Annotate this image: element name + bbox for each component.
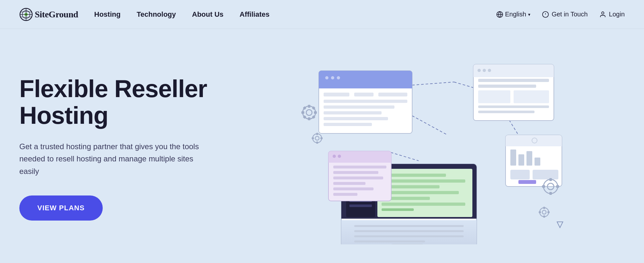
- svg-rect-63: [518, 154, 524, 166]
- svg-rect-54: [478, 90, 510, 103]
- view-plans-button[interactable]: VIEW PLANS: [19, 195, 103, 221]
- svg-rect-28: [324, 117, 388, 120]
- svg-rect-90: [354, 225, 464, 227]
- svg-line-13: [412, 116, 448, 135]
- svg-rect-94: [391, 244, 423, 244]
- language-selector[interactable]: English ▾: [496, 11, 531, 18]
- svg-rect-123: [539, 211, 541, 213]
- svg-rect-62: [510, 150, 516, 166]
- svg-point-31: [306, 110, 312, 115]
- svg-rect-65: [535, 158, 540, 166]
- svg-point-40: [313, 134, 322, 143]
- svg-rect-82: [382, 179, 465, 183]
- svg-rect-25: [324, 100, 407, 103]
- logo-text: SiteGround: [35, 9, 78, 20]
- svg-rect-18: [319, 80, 412, 88]
- svg-point-100: [338, 155, 341, 158]
- user-icon: [599, 11, 606, 18]
- svg-rect-87: [382, 208, 414, 211]
- hero-subtitle: Get a trusted hosting partner that gives…: [19, 141, 206, 177]
- svg-rect-24: [378, 93, 407, 96]
- svg-rect-66: [510, 170, 530, 179]
- get-in-touch-label: Get in Touch: [552, 11, 588, 18]
- svg-rect-110: [549, 192, 552, 195]
- svg-rect-103: [333, 177, 383, 179]
- svg-rect-43: [316, 141, 318, 144]
- svg-rect-33: [308, 117, 310, 120]
- svg-point-118: [540, 208, 549, 217]
- svg-rect-55: [514, 90, 549, 103]
- chevron-down-icon: ▾: [528, 12, 530, 17]
- svg-rect-86: [382, 203, 465, 206]
- svg-rect-27: [324, 111, 382, 114]
- svg-rect-29: [324, 123, 372, 126]
- svg-rect-79: [349, 204, 372, 207]
- svg-point-19: [325, 76, 328, 79]
- hero-title: Flexible Reseller Hosting: [19, 75, 238, 129]
- svg-point-49: [478, 69, 481, 72]
- svg-rect-68: [518, 180, 536, 184]
- svg-rect-45: [312, 137, 314, 139]
- nav-about-us[interactable]: About Us: [192, 10, 223, 19]
- svg-rect-22: [324, 93, 349, 96]
- svg-rect-92: [354, 235, 464, 237]
- svg-point-99: [333, 155, 336, 158]
- reseller-hosting-illustration: [299, 51, 564, 244]
- svg-rect-44: [320, 137, 323, 139]
- svg-rect-52: [478, 79, 549, 82]
- contact-icon: [542, 11, 549, 18]
- svg-rect-48: [473, 72, 554, 77]
- language-label: English: [505, 11, 526, 18]
- svg-rect-106: [333, 193, 357, 196]
- svg-rect-26: [324, 105, 394, 109]
- nav-affiliates[interactable]: Affiliates: [240, 10, 270, 19]
- svg-rect-122: [547, 211, 550, 213]
- svg-marker-117: [557, 222, 563, 228]
- nav-technology[interactable]: Technology: [137, 10, 176, 19]
- svg-point-41: [315, 136, 319, 140]
- svg-rect-56: [478, 105, 549, 108]
- svg-rect-101: [333, 166, 386, 168]
- navbar: SiteGround Hosting Technology About Us A…: [0, 0, 644, 29]
- svg-point-51: [488, 69, 491, 72]
- nav-hosting[interactable]: Hosting: [94, 10, 121, 19]
- svg-point-20: [331, 76, 334, 79]
- hero-illustration: [238, 51, 625, 244]
- svg-rect-102: [333, 171, 378, 174]
- svg-point-21: [337, 76, 340, 79]
- nav-right: English ▾ Get in Touch Login: [496, 11, 625, 18]
- svg-rect-121: [543, 215, 545, 218]
- svg-rect-53: [478, 85, 536, 88]
- hero-content: Flexible Reseller Hosting Get a trusted …: [19, 75, 238, 221]
- svg-rect-32: [308, 105, 310, 108]
- svg-rect-42: [316, 133, 318, 135]
- nav-links: Hosting Technology About Us Affiliates: [94, 10, 496, 19]
- svg-rect-93: [354, 240, 425, 242]
- login-label: Login: [609, 11, 625, 18]
- svg-rect-104: [333, 182, 365, 185]
- language-icon: [496, 11, 503, 18]
- svg-rect-57: [478, 111, 535, 113]
- login-link[interactable]: Login: [599, 11, 625, 18]
- svg-point-50: [483, 69, 486, 72]
- svg-rect-120: [543, 207, 545, 209]
- siteground-logo-icon: [19, 8, 33, 21]
- svg-rect-67: [533, 170, 558, 179]
- svg-rect-84: [382, 191, 459, 194]
- svg-rect-109: [549, 178, 552, 181]
- svg-rect-35: [301, 111, 304, 114]
- svg-rect-64: [526, 151, 532, 166]
- svg-rect-91: [354, 230, 464, 232]
- svg-rect-105: [333, 187, 374, 190]
- svg-rect-98: [328, 159, 391, 163]
- get-in-touch-link[interactable]: Get in Touch: [542, 11, 588, 18]
- svg-point-10: [601, 12, 604, 14]
- svg-rect-23: [354, 93, 374, 96]
- svg-rect-34: [314, 111, 317, 114]
- hero-section: Flexible Reseller Hosting Get a trusted …: [0, 29, 644, 260]
- svg-point-119: [542, 210, 546, 214]
- logo-link[interactable]: SiteGround: [19, 8, 78, 21]
